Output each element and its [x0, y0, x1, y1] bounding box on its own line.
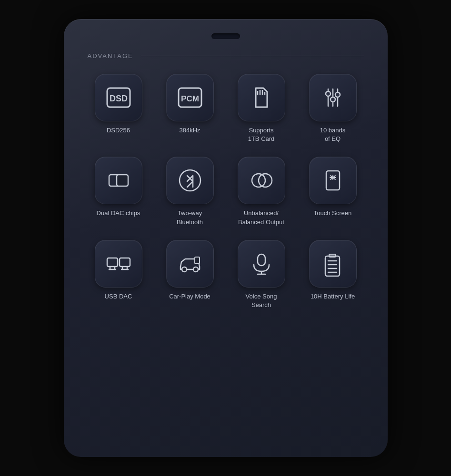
touch-screen-icon-box	[309, 157, 357, 204]
svg-rect-19	[326, 171, 340, 190]
feature-384khz: PCM 384kHz	[159, 74, 221, 143]
balanced-icon	[248, 167, 275, 194]
feature-dsd256: DSD DSD256	[88, 74, 150, 143]
bluetooth-label: Two-wayBluetooth	[177, 209, 203, 226]
svg-rect-15	[117, 175, 128, 186]
384khz-label: 384kHz	[179, 126, 200, 135]
top-notch	[211, 33, 240, 39]
feature-carplay: Car-Play Mode	[159, 240, 221, 309]
svg-point-16	[180, 170, 200, 191]
svg-point-32	[182, 267, 187, 272]
features-grid: DSD DSD256 PCM 384kHz	[88, 74, 364, 309]
svg-rect-35	[258, 254, 265, 266]
dsd256-label: DSD256	[107, 126, 130, 135]
usb-dac-icon-box	[95, 240, 142, 288]
voice-search-label: Voice SongSearch	[246, 292, 277, 309]
dsd-icon: DSD	[105, 84, 132, 111]
feature-touch-screen: Touch Screen	[302, 157, 364, 226]
feature-bluetooth: Two-wayBluetooth	[159, 157, 221, 226]
bluetooth-icon-box	[166, 157, 214, 204]
svg-point-11	[326, 91, 331, 96]
dual-dac-label: Dual DAC chips	[97, 209, 140, 218]
svg-point-12	[331, 97, 335, 102]
svg-text:DSD: DSD	[109, 94, 127, 103]
touchscreen-icon	[320, 167, 346, 194]
svg-point-13	[335, 92, 340, 97]
feature-dual-dac: Dual DAC chips	[88, 157, 150, 226]
usb-dac-label: USB DAC	[105, 292, 132, 301]
384khz-icon-box: PCM	[166, 74, 214, 121]
section-header: ADVANTAGE	[88, 52, 364, 60]
feature-eq: 10 bandsof EQ	[302, 74, 364, 143]
battery-icon-box	[309, 240, 357, 288]
touch-screen-label: Touch Screen	[314, 209, 352, 218]
eq-icon	[320, 84, 346, 111]
feature-1tb: Supports1TB Card	[231, 74, 292, 143]
feature-balanced: Unbalanced/Balanced Output	[231, 157, 292, 226]
battery-label: 10H Battery Life	[311, 292, 355, 301]
svg-rect-34	[195, 257, 200, 264]
feature-battery: 10H Battery Life	[302, 240, 364, 309]
1tb-label: Supports1TB Card	[248, 126, 275, 143]
battery-icon	[320, 250, 346, 277]
svg-rect-24	[107, 258, 118, 267]
carplay-icon-box	[166, 240, 214, 288]
usbdac-icon	[105, 250, 132, 277]
1tb-icon-box	[238, 74, 285, 121]
svg-rect-28	[120, 258, 130, 267]
eq-label: 10 bandsof EQ	[320, 126, 346, 143]
section-title: ADVANTAGE	[88, 52, 133, 60]
sdcard-icon	[248, 84, 275, 111]
balanced-label: Unbalanced/Balanced Output	[238, 209, 284, 226]
feature-usb-dac: USB DAC	[88, 240, 150, 309]
balanced-icon-box	[238, 157, 285, 204]
pcm-icon: PCM	[177, 84, 203, 111]
svg-text:PCM: PCM	[181, 94, 199, 103]
feature-voice-search: Voice SongSearch	[231, 240, 292, 309]
dsd256-icon-box: DSD	[95, 74, 142, 121]
voice-search-icon-box	[238, 240, 285, 288]
dual-dac-icon-box	[95, 157, 142, 204]
eq-icon-box	[309, 74, 357, 121]
svg-rect-38	[325, 256, 340, 276]
section-line	[141, 56, 364, 56]
device-card: ADVANTAGE DSD DSD256 PCM 384kHz	[64, 19, 388, 457]
carplay-icon	[177, 250, 203, 277]
dualdac-icon	[105, 167, 132, 194]
carplay-label: Car-Play Mode	[169, 292, 210, 301]
voicesearch-icon	[248, 250, 275, 277]
bluetooth-icon	[177, 167, 203, 194]
svg-point-33	[193, 267, 198, 272]
